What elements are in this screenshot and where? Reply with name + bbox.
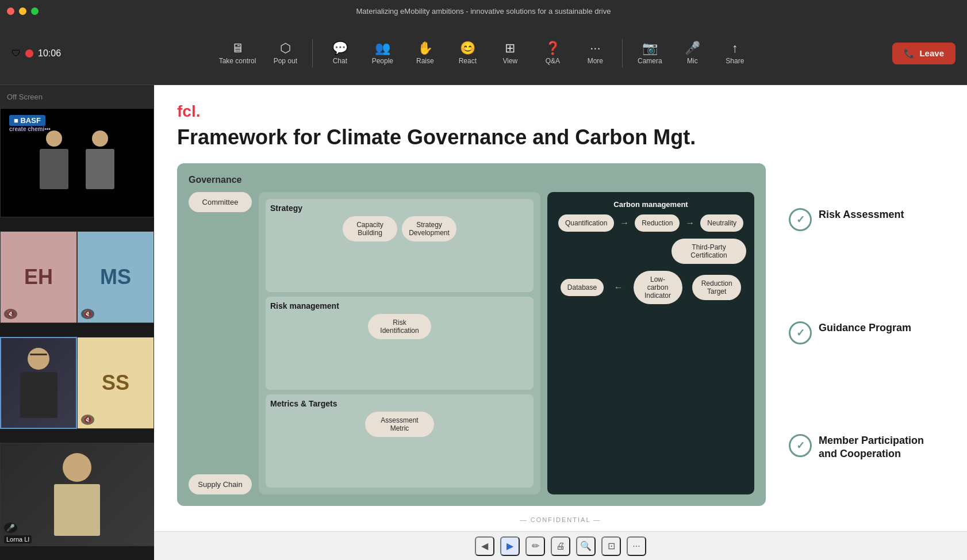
share-button[interactable]: ↑ Share xyxy=(715,37,755,70)
participant-ss: SS 🔇 xyxy=(77,337,154,429)
people-label: People xyxy=(372,57,393,65)
slide-zoom-button[interactable]: 🔍 xyxy=(576,536,596,556)
mic-icon: 🎤 xyxy=(685,42,700,55)
maximize-button[interactable] xyxy=(31,7,39,15)
slide-logo: fcl. xyxy=(177,102,944,121)
slide-bottom-bar: ◀ ▶ ✏ 🖨 🔍 ⊡ ··· xyxy=(154,531,967,560)
chat-button[interactable]: 💬 Chat xyxy=(320,37,360,70)
qa-label: Q&A xyxy=(546,57,560,65)
mute-icon-ss: 🔇 xyxy=(81,415,94,425)
check-text-guidance: Guidance Program xyxy=(819,321,911,335)
view-icon: ⊞ xyxy=(505,42,515,55)
chat-icon: 💬 xyxy=(332,42,348,55)
check-icon-guidance: ✓ xyxy=(789,321,812,344)
metrics-label: Metrics & Targets xyxy=(270,399,529,408)
risk-id-node: Risk Identification xyxy=(368,314,431,339)
carbon-bottom-row: Database ← Low-carbon Indicator Reductio… xyxy=(555,271,746,304)
react-button[interactable]: 😊 React xyxy=(447,37,488,70)
leave-button[interactable]: 📞 Leave xyxy=(892,43,956,64)
risk-label: Risk management xyxy=(270,301,529,310)
take-control-button[interactable]: 🖥 Take control xyxy=(212,37,263,70)
more-button[interactable]: ··· More xyxy=(575,37,615,70)
share-icon: ↑ xyxy=(732,42,738,55)
slide-prev-button[interactable]: ◀ xyxy=(475,536,494,556)
camera-icon: 📷 xyxy=(642,42,658,55)
mute-icon-eh: 🔇 xyxy=(4,309,17,319)
participant-basf-video: ■ BASF create chemi••• xyxy=(0,108,154,217)
framework-diagram: Governance Committee Supply Chain xyxy=(177,163,766,506)
toolbar-separator-2 xyxy=(622,39,623,68)
check-icon-risk: ✓ xyxy=(789,208,812,231)
strategy-dev-node: Strategy Development xyxy=(402,216,456,241)
third-party-node: Third-Party Certification xyxy=(671,239,746,264)
slide-play-button[interactable]: ▶ xyxy=(500,536,520,556)
sidebar-header-text: Off Screen xyxy=(7,93,43,101)
camera-button[interactable]: 📷 Camera xyxy=(630,37,670,70)
react-icon: 😊 xyxy=(460,42,475,55)
risk-nodes: Risk Identification xyxy=(270,314,529,339)
metrics-section: Metrics & Targets Assessment Metric xyxy=(266,394,534,488)
pop-out-button[interactable]: ⬡ Pop out xyxy=(265,37,305,70)
toolbar-left: 🛡 10:06 xyxy=(11,48,61,59)
people-button[interactable]: 👥 People xyxy=(362,37,402,70)
low-carbon-node: Low-carbon Indicator xyxy=(634,271,682,304)
arrow-3: ← xyxy=(614,282,623,293)
people-icon: 👥 xyxy=(375,42,390,55)
quantification-node: Quantification xyxy=(558,214,614,232)
raise-label: Raise xyxy=(416,57,434,65)
assessment-node: Assessment Metric xyxy=(365,412,434,437)
carbon-mid: Third-Party Certification xyxy=(555,239,746,264)
neutrality-node: Neutrality xyxy=(700,214,743,232)
mic-button[interactable]: 🎤 Mic xyxy=(672,37,712,70)
title-bar: Materializing eMobility ambitions - inno… xyxy=(0,0,967,22)
react-label: React xyxy=(459,57,477,65)
window-controls xyxy=(7,7,39,15)
view-button[interactable]: ⊞ View xyxy=(490,37,530,70)
participant-lorna-video: Lorna LI 🎤 xyxy=(0,443,154,546)
strategy-section: Strategy Capacity Building Strategy Deve… xyxy=(266,199,534,292)
toolbar: 🛡 10:06 🖥 Take control ⬡ Pop out 💬 Chat … xyxy=(0,22,967,85)
checklist: ✓ Risk Assessment ✓ Guidance Program ✓ M… xyxy=(783,163,944,506)
participant-ms: MS 🔇 xyxy=(77,231,154,323)
basf-people xyxy=(40,131,114,195)
carbon-top-row: Quantification → Reduction → Neutrality xyxy=(555,214,746,232)
left-column: Committee Supply Chain xyxy=(189,192,252,494)
supply-chain-node: Supply Chain xyxy=(189,474,252,494)
carbon-management-section: Carbon management Quantification → Reduc… xyxy=(547,192,754,494)
pop-out-label: Pop out xyxy=(274,57,297,65)
check-item-member: ✓ Member Participation and Cooperation xyxy=(789,434,944,461)
toolbar-items: 🖥 Take control ⬡ Pop out 💬 Chat 👥 People… xyxy=(212,37,755,70)
raise-button[interactable]: ✋ Raise xyxy=(405,37,445,70)
middle-column: Strategy Capacity Building Strategy Deve… xyxy=(259,192,540,494)
main-area: Off Screen ■ BASF create chemi••• xyxy=(0,85,967,560)
recording-indicator xyxy=(25,49,33,57)
pop-out-icon: ⬡ xyxy=(280,42,291,55)
risk-section: Risk management Risk Identification xyxy=(266,297,534,390)
slide-pen-button[interactable]: ✏ xyxy=(525,536,545,556)
check-item-risk: ✓ Risk Assessment xyxy=(789,208,944,231)
reduction-node: Reduction xyxy=(635,214,680,232)
basf-logo: ■ BASF create chemi••• xyxy=(9,116,51,132)
qa-button[interactable]: ❓ Q&A xyxy=(532,37,573,70)
more-label: More xyxy=(588,57,603,65)
toolbar-separator-1 xyxy=(312,39,313,68)
participant-eh: EH 🔇 xyxy=(0,231,77,323)
check-item-guidance: ✓ Guidance Program xyxy=(789,321,944,344)
slide-more-button[interactable]: ··· xyxy=(627,536,646,556)
take-control-icon: 🖥 xyxy=(231,42,244,55)
mute-icon-lorna: 🎤 xyxy=(4,523,17,533)
close-button[interactable] xyxy=(7,7,14,15)
phone-icon: 📞 xyxy=(904,48,915,59)
confidential-label: — CONFIDENTIAL — xyxy=(520,516,601,523)
diagram-inner: Committee Supply Chain Strategy xyxy=(189,192,754,494)
minimize-button[interactable] xyxy=(19,7,26,15)
qa-icon: ❓ xyxy=(545,42,561,55)
metrics-nodes: Assessment Metric xyxy=(270,412,529,437)
camera-label: Camera xyxy=(638,57,662,65)
committee-node: Committee xyxy=(189,192,252,212)
more-icon: ··· xyxy=(590,42,600,55)
slide-print-button[interactable]: 🖨 xyxy=(551,536,570,556)
slide-fit-button[interactable]: ⊡ xyxy=(601,536,621,556)
mute-icon-ms: 🔇 xyxy=(81,309,94,319)
carbon-label: Carbon management xyxy=(555,200,746,209)
